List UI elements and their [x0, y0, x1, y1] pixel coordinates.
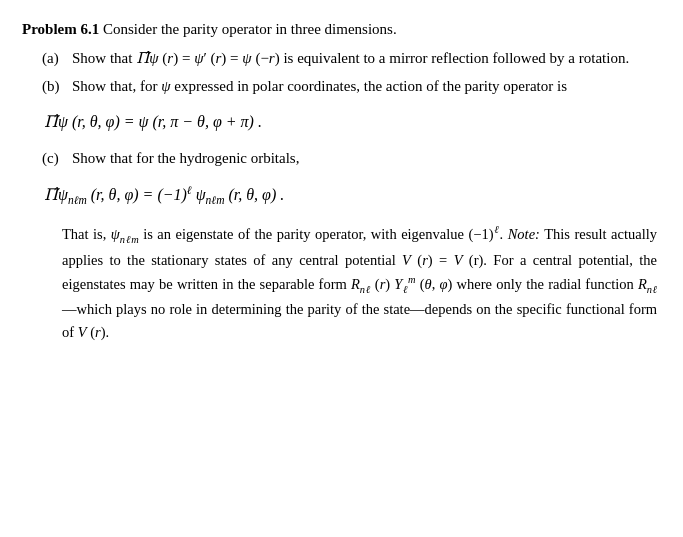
- math-equation-c: П̂ψnℓm (r, θ, φ) = (−1)ℓ ψnℓm (r, θ, φ) …: [44, 182, 661, 210]
- problem-title: Problem 6.1 Consider the parity operator…: [22, 18, 661, 41]
- part-a-label: (a): [42, 47, 72, 70]
- part-a-content: Show that П̂ψ (r) = ψ′ (r) = ψ (−r) is e…: [72, 47, 661, 70]
- part-b: (b) Show that, for ψ expressed in polar …: [22, 75, 661, 98]
- part-c-label: (c): [42, 147, 72, 170]
- part-a: (a) Show that П̂ψ (r) = ψ′ (r) = ψ (−r) …: [22, 47, 661, 70]
- problem-intro: Consider the parity operator in three di…: [103, 21, 397, 37]
- part-b-label: (b): [42, 75, 72, 98]
- part-b-content: Show that, for ψ expressed in polar coor…: [72, 75, 661, 98]
- page-container: Problem 6.1 Consider the parity operator…: [22, 18, 661, 345]
- part-c: (c) Show that for the hydrogenic orbital…: [22, 147, 661, 170]
- note-block: That is, ψnℓm is an eigenstate of the pa…: [22, 222, 661, 344]
- problem-number: Problem 6.1: [22, 21, 99, 37]
- math-equation-b: П̂ψ (r, θ, φ) = ψ (r, π − θ, φ + π) .: [44, 110, 661, 135]
- part-c-content: Show that for the hydrogenic orbitals,: [72, 147, 661, 170]
- note-paragraph: That is, ψnℓm is an eigenstate of the pa…: [62, 222, 657, 344]
